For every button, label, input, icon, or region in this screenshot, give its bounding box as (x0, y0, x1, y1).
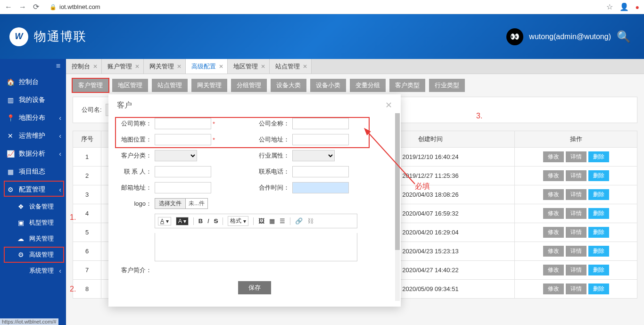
close-tab-icon[interactable]: ✕ (303, 63, 307, 70)
delete-button[interactable]: 删除 (588, 189, 609, 200)
label-cat: 客户分类： (117, 151, 155, 160)
tab[interactable]: 高级配置✕ (186, 59, 228, 74)
delete-button[interactable]: 删除 (588, 151, 609, 162)
font-color-button[interactable]: A ▾ (158, 217, 171, 225)
forward-icon[interactable]: → (19, 3, 26, 11)
hamburger-icon[interactable]: ≡ (0, 59, 66, 73)
bold-button[interactable]: B (198, 217, 203, 225)
address-bar[interactable]: 🔒 iot.wtblnet.com (46, 3, 600, 10)
hr-icon[interactable]: ☰ (280, 217, 285, 225)
edit-button[interactable]: 修改 (543, 189, 564, 200)
input-full[interactable] (292, 118, 349, 129)
input-short[interactable] (155, 118, 211, 129)
close-icon[interactable]: ✕ (385, 100, 392, 110)
unlink-icon[interactable]: ⛓ (307, 217, 314, 225)
edit-button[interactable]: 修改 (543, 246, 564, 257)
link-icon[interactable]: 🔗 (295, 217, 303, 225)
sidebar-icon: ☁ (17, 235, 25, 242)
sidebar-subitem[interactable]: ☁网关管理 (0, 231, 66, 247)
edit-button[interactable]: 修改 (543, 151, 564, 162)
sidebar-icon: ▣ (17, 219, 25, 226)
subtab-button[interactable]: 设备大类 (271, 79, 306, 92)
subtab-button[interactable]: 行业类型 (429, 79, 465, 92)
delete-button[interactable]: 删除 (588, 227, 609, 238)
search-icon[interactable]: 🔍 (617, 30, 631, 43)
bookmark-icon[interactable]: ☆ (606, 2, 613, 11)
delete-button[interactable]: 删除 (588, 208, 609, 219)
sidebar-subitem[interactable]: 系统管理‹ (0, 263, 66, 279)
editor-body[interactable] (155, 233, 357, 261)
browser-toolbar: ← → ⟳ 🔒 iot.wtblnet.com ☆ 👤 ● (0, 0, 644, 14)
close-tab-icon[interactable]: ✕ (93, 63, 98, 70)
delete-button[interactable]: 删除 (588, 170, 609, 181)
delete-button[interactable]: 删除 (588, 265, 609, 275)
subtab-button[interactable]: 设备小类 (310, 79, 346, 92)
detail-button[interactable]: 详情 (566, 283, 586, 294)
table-icon[interactable]: ▦ (269, 217, 275, 225)
detail-button[interactable]: 详情 (566, 208, 586, 219)
sidebar-item[interactable]: ▦项目组态 (0, 163, 66, 181)
sidebar-item[interactable]: ⚙配置管理‹ (0, 181, 66, 199)
sidebar-item[interactable]: ✕运营维护‹ (0, 127, 66, 145)
subtab-button[interactable]: 站点管理 (152, 79, 188, 92)
input-mappos[interactable] (155, 134, 211, 145)
input-coop[interactable] (292, 182, 349, 193)
back-icon[interactable]: ← (5, 3, 12, 11)
file-choose-button[interactable]: 选择文件 (155, 198, 186, 209)
sidebar-subitem[interactable]: ▣机型管理 (0, 215, 66, 231)
cell-idx: 4 (73, 204, 101, 223)
close-tab-icon[interactable]: ✕ (177, 63, 182, 70)
strike-button[interactable]: S (214, 217, 218, 225)
edit-button[interactable]: 修改 (543, 265, 564, 275)
avatar[interactable]: 👀 (506, 28, 523, 45)
detail-button[interactable]: 详情 (566, 189, 586, 200)
detail-button[interactable]: 详情 (566, 246, 586, 257)
italic-button[interactable]: I (207, 217, 209, 225)
bg-color-button[interactable]: A ▾ (176, 217, 189, 225)
delete-button[interactable]: 删除 (588, 246, 609, 257)
detail-button[interactable]: 详情 (566, 265, 586, 275)
sidebar-item[interactable]: 📈数据分析‹ (0, 145, 66, 163)
input-addr[interactable] (292, 134, 349, 145)
detail-button[interactable]: 详情 (566, 151, 586, 162)
edit-button[interactable]: 修改 (543, 227, 564, 238)
subtab-button[interactable]: 客户类型 (389, 79, 425, 92)
input-contact[interactable] (155, 166, 211, 177)
sidebar-item[interactable]: 🏠控制台 (0, 73, 66, 91)
tab[interactable]: 网关管理✕ (144, 59, 186, 74)
subtab-button[interactable]: 网关管理 (191, 79, 227, 92)
sidebar-subitem[interactable]: ⚙高级管理 (0, 247, 66, 263)
tab[interactable]: 账户管理✕ (102, 59, 144, 74)
profile-icon[interactable]: 👤 (619, 2, 629, 11)
input-phone[interactable] (292, 166, 349, 177)
input-email[interactable] (155, 182, 211, 193)
sidebar-subitem[interactable]: ❖设备管理 (0, 199, 66, 215)
select-cat[interactable] (155, 150, 197, 161)
menu-icon[interactable]: ● (636, 3, 639, 11)
edit-button[interactable]: 修改 (543, 170, 564, 181)
subtab-button[interactable]: 客户管理 (73, 79, 108, 92)
close-tab-icon[interactable]: ✕ (135, 63, 140, 70)
detail-button[interactable]: 详情 (566, 227, 586, 238)
image-icon[interactable]: 🖼 (258, 217, 264, 225)
detail-button[interactable]: 详情 (566, 170, 586, 181)
close-tab-icon[interactable]: ✕ (261, 63, 265, 70)
sidebar-item[interactable]: 📍地图分布‹ (0, 109, 66, 127)
cell-idx: 1 (73, 148, 101, 167)
format-select[interactable]: 格式 ▾ (228, 216, 248, 226)
edit-button[interactable]: 修改 (543, 283, 564, 294)
close-tab-icon[interactable]: ✕ (219, 63, 223, 70)
sidebar-item[interactable]: ▥我的设备 (0, 91, 66, 109)
tab[interactable]: 控制台✕ (66, 59, 102, 74)
subtab-button[interactable]: 分组管理 (231, 79, 267, 92)
subtab-button[interactable]: 变量分组 (350, 79, 386, 92)
save-button[interactable]: 保存 (238, 281, 271, 294)
select-ind[interactable] (292, 150, 335, 161)
subtab-button[interactable]: 地区管理 (112, 79, 148, 92)
reload-icon[interactable]: ⟳ (33, 2, 39, 11)
tab[interactable]: 地区管理✕ (228, 59, 270, 74)
tab[interactable]: 站点管理✕ (270, 59, 312, 74)
tab-label: 账户管理 (107, 62, 132, 71)
delete-button[interactable]: 删除 (588, 283, 609, 294)
edit-button[interactable]: 修改 (543, 208, 564, 219)
